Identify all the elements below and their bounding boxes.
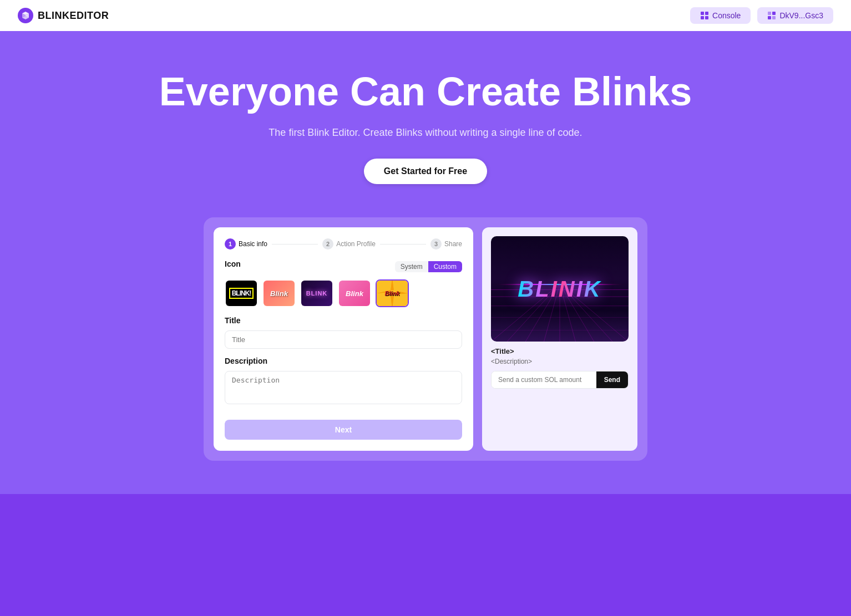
console-icon: [700, 11, 709, 20]
step-1-num: 1: [225, 238, 236, 250]
icon-header: Icon System Custom: [225, 259, 462, 274]
preview-blink-display: BLINIK: [518, 277, 601, 302]
logo-icon: [18, 8, 33, 23]
steps-bar: 1 Basic info 2 Action Profile 3 Share: [225, 238, 462, 250]
svg-marker-13: [391, 281, 394, 290]
get-started-button[interactable]: Get Started for Free: [364, 159, 487, 184]
icon-section-label: Icon: [225, 259, 241, 268]
svg-rect-1: [701, 12, 704, 15]
preview-image: BLINIK: [491, 236, 629, 342]
icon-toggle: System Custom: [395, 261, 462, 272]
step-3: 3 Share: [430, 238, 462, 250]
step-1-label: Basic info: [239, 240, 267, 248]
step-3-label: Share: [444, 240, 462, 248]
header: BLINKEDITOR Console DkV9...Gsc3: [0, 0, 851, 31]
header-actions: Console DkV9...Gsc3: [690, 7, 833, 24]
demo-card: 1 Basic info 2 Action Profile 3 Share Ic…: [204, 217, 647, 461]
console-button[interactable]: Console: [690, 7, 751, 24]
svg-rect-4: [705, 16, 708, 19]
icon-thumb-1[interactable]: BLINK!: [225, 279, 258, 307]
system-toggle[interactable]: System: [395, 261, 428, 272]
svg-rect-8: [772, 16, 776, 19]
preview-title: <Title>: [491, 347, 629, 355]
title-input[interactable]: [225, 330, 462, 349]
step-2-num: 2: [322, 238, 333, 250]
hero-title: Everyone Can Create Blinks: [18, 70, 833, 114]
step-3-num: 3: [430, 238, 442, 250]
svg-rect-5: [768, 12, 771, 15]
send-button[interactable]: Send: [596, 371, 628, 388]
step-line-1: [272, 244, 318, 245]
preview-sol-row: Send: [491, 371, 629, 389]
title-field-group: Title: [225, 316, 462, 349]
wallet-icon: [767, 11, 776, 20]
editor-panel: 1 Basic info 2 Action Profile 3 Share Ic…: [214, 227, 473, 451]
svg-rect-3: [701, 16, 704, 19]
svg-rect-6: [772, 12, 776, 15]
svg-marker-15: [391, 297, 394, 306]
next-button[interactable]: Next: [225, 420, 462, 440]
icon-thumb-2[interactable]: Blink: [262, 279, 296, 307]
logo-text: BLINKEDITOR: [38, 10, 109, 22]
wallet-button[interactable]: DkV9...Gsc3: [757, 7, 833, 24]
preview-panel: BLINIK <Title> <Description> Send: [482, 227, 637, 451]
logo-area: BLINKEDITOR: [18, 8, 109, 23]
step-line-2: [380, 244, 426, 245]
description-label: Description: [225, 357, 462, 365]
icon-thumb-4[interactable]: Blink: [338, 279, 371, 307]
icon-thumb-3[interactable]: BLINK: [300, 279, 333, 307]
step-2-label: Action Profile: [336, 240, 376, 248]
title-label: Title: [225, 316, 462, 325]
icon-grid: BLINK! Blink BLINK: [225, 279, 462, 307]
svg-rect-2: [705, 12, 708, 15]
custom-toggle[interactable]: Custom: [428, 261, 462, 272]
description-field-group: Description: [225, 357, 462, 406]
preview-blink-text: BLINIK: [518, 277, 601, 301]
sol-amount-input[interactable]: [492, 371, 596, 388]
step-1: 1 Basic info: [225, 238, 267, 250]
demo-section: 1 Basic info 2 Action Profile 3 Share Ic…: [0, 217, 851, 494]
description-textarea[interactable]: [225, 371, 462, 404]
svg-rect-7: [768, 16, 771, 19]
icon-thumb-5[interactable]: Blink: [376, 279, 409, 307]
step-2: 2 Action Profile: [322, 238, 376, 250]
preview-description: <Description>: [491, 358, 629, 365]
hero-subtitle: The first Blink Editor. Create Blinks wi…: [18, 127, 833, 139]
hero-section: Everyone Can Create Blinks The first Bli…: [0, 31, 851, 217]
